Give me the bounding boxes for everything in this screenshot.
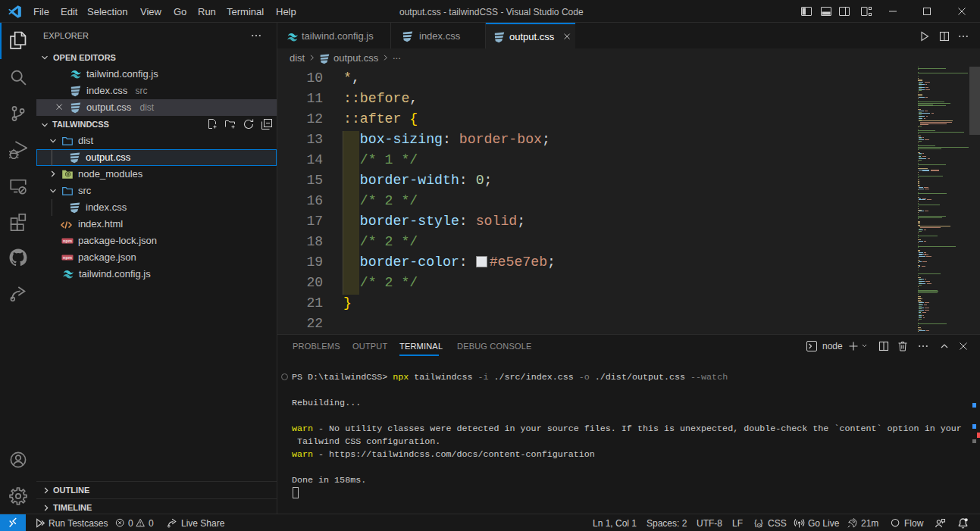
- svg-text:{: {: [754, 518, 757, 527]
- svg-text:npm: npm: [63, 255, 72, 260]
- svg-text:npm: npm: [63, 239, 72, 243]
